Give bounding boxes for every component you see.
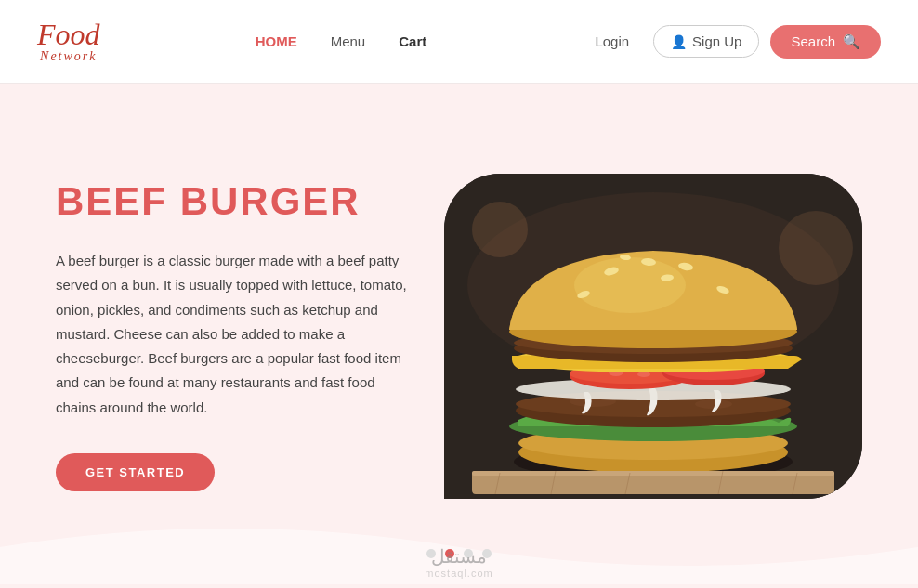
nav-actions: Login 👤 Sign Up Search 🔍 — [582, 25, 881, 59]
nav-links: HOME Menu Cart — [256, 33, 427, 49]
svg-point-9 — [695, 399, 732, 409]
search-button[interactable]: Search 🔍 — [770, 25, 881, 59]
signup-button[interactable]: 👤 Sign Up — [653, 25, 759, 58]
login-button[interactable]: Login — [582, 26, 642, 57]
search-label: Search — [791, 33, 835, 49]
logo-network-text: Network — [40, 49, 97, 64]
svg-point-37 — [779, 211, 853, 285]
svg-point-36 — [472, 202, 528, 257]
watermark: مستقل mostaql.com — [425, 545, 492, 579]
hero-content: BEEF BURGER A beef burger is a classic b… — [56, 180, 444, 491]
signup-label: Sign Up — [692, 33, 741, 49]
hero-image-area — [444, 174, 862, 499]
nav-menu[interactable]: Menu — [331, 33, 366, 49]
navbar: Food Network HOME Menu Cart Login 👤 Sign… — [0, 0, 918, 84]
logo-food-text: Food — [37, 20, 100, 49]
hero-section: BEEF BURGER A beef burger is a classic b… — [0, 84, 918, 588]
svg-rect-30 — [472, 471, 834, 476]
user-icon: 👤 — [671, 34, 687, 49]
hero-description: A beef burger is a classic burger made w… — [56, 249, 407, 420]
nav-cart[interactable]: Cart — [399, 33, 426, 49]
search-icon: 🔍 — [843, 33, 860, 50]
logo[interactable]: Food Network — [37, 20, 100, 64]
get-started-button[interactable]: GET STARTED — [56, 453, 215, 491]
svg-point-21 — [574, 257, 686, 313]
watermark-latin: mostaql.com — [425, 568, 492, 579]
nav-home[interactable]: HOME — [256, 33, 297, 49]
watermark-arabic: مستقل — [425, 545, 492, 568]
hero-title: BEEF BURGER — [56, 180, 407, 223]
burger-image — [444, 174, 862, 499]
